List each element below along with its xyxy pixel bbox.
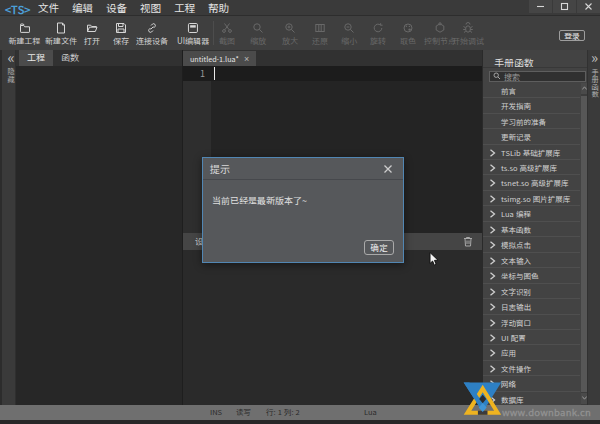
manual-item[interactable]: 开发指南: [483, 98, 580, 113]
toolbar-button-label: 放大: [282, 36, 298, 45]
line-number: 1: [183, 66, 205, 81]
tab-functions[interactable]: 函数: [53, 50, 87, 66]
manual-item[interactable]: 文本输入: [483, 253, 580, 268]
divider: [483, 67, 588, 68]
ok-button[interactable]: 确定: [364, 240, 394, 255]
editor-current-line[interactable]: [183, 66, 483, 81]
toolbar-button-zoom-out[interactable]: 缩小: [341, 22, 357, 45]
maximize-button[interactable]: [552, 0, 576, 13]
manual-rail-label[interactable]: 手册函数: [588, 68, 600, 97]
search-box[interactable]: 搜索: [489, 71, 586, 83]
toolbar-button-color-picker[interactable]: 取色: [400, 22, 416, 45]
manual-item-label: 前言: [501, 83, 516, 98]
manual-item-label: 学习前的准备: [501, 114, 546, 129]
toolbar-button-start-debug[interactable]: 开始调试: [452, 22, 484, 45]
left-collapse-rail: « 隐藏: [0, 50, 16, 405]
chevron-right-icon: [489, 179, 496, 187]
toolbar-button-connect-device[interactable]: 连接设备: [136, 22, 168, 45]
project-panel: 工程 函数: [16, 50, 182, 405]
manual-item[interactable]: 坐标与图色: [483, 268, 580, 283]
chevron-right-icon: [489, 319, 496, 327]
manual-item[interactable]: 日志输出: [483, 299, 580, 314]
menu-edit[interactable]: 编辑: [72, 0, 93, 15]
manual-list: 前言 开发指南 学习前的准备 更新记录 TSLib 基础扩展库 ts.so 高级…: [483, 83, 580, 405]
manual-item[interactable]: 应用: [483, 345, 580, 360]
dialog-title: 提示: [210, 158, 230, 180]
manual-item[interactable]: UI 配置: [483, 330, 580, 345]
manual-item[interactable]: TSLib 基础扩展库: [483, 145, 580, 160]
chevron-right-icon: [489, 272, 496, 280]
save-icon: [115, 22, 127, 34]
manual-item-label: 坐标与图色: [501, 268, 539, 283]
editor-tab-title: untitled-1.lua*: [190, 54, 239, 64]
toolbar-button-label: 新建工程: [9, 36, 41, 45]
manual-item[interactable]: tsnet.so 高级扩展库: [483, 175, 580, 190]
chevron-right-icon: [489, 365, 496, 373]
chevron-right-icon: [489, 288, 496, 296]
manual-item[interactable]: Lua 编程: [483, 206, 580, 221]
manual-item[interactable]: 更新记录: [483, 129, 580, 144]
manual-item-label: 数据库: [501, 392, 524, 405]
dialog-close-icon[interactable]: [381, 162, 395, 176]
dialog-message: 当前已经是最新版本了~: [212, 194, 307, 207]
minimize-button[interactable]: [528, 0, 552, 13]
mouse-cursor: [429, 248, 439, 272]
tab-close-icon[interactable]: ×: [244, 51, 249, 66]
trash-icon[interactable]: [463, 236, 473, 247]
toolbar: 新建工程 新建文件 打开 保存 连接设备 UI编辑器: [0, 15, 600, 50]
toolbar-button-restore[interactable]: 还原: [312, 22, 328, 45]
tab-project[interactable]: 工程: [19, 50, 53, 66]
menu-view[interactable]: 视图: [140, 0, 161, 15]
title-bar: <TS> 文件 编辑 设备 视图 工程 帮助: [0, 0, 600, 15]
editor-tab[interactable]: untitled-1.lua* ×: [183, 51, 256, 66]
chevron-right-icon: [489, 226, 496, 234]
manual-item[interactable]: 模拟点击: [483, 237, 580, 252]
chevron-right-icon: [489, 257, 496, 265]
text-caret: [214, 67, 215, 80]
search-icon: [493, 72, 501, 80]
login-button[interactable]: 登录: [559, 30, 585, 41]
close-icon: [584, 2, 593, 11]
menu-device[interactable]: 设备: [106, 0, 127, 15]
manual-item-label: Lua 编程: [501, 206, 531, 221]
chevron-right-icon: [489, 149, 496, 157]
toolbar-button-new-project[interactable]: 新建工程: [9, 22, 41, 45]
manual-item[interactable]: 文件操作: [483, 361, 580, 376]
collapse-right-icon[interactable]: »: [588, 51, 600, 62]
chevron-right-icon: [489, 195, 496, 203]
menu-help[interactable]: 帮助: [208, 0, 229, 15]
toolbar-button-label: 打开: [84, 36, 100, 45]
manual-item[interactable]: 基本函数: [483, 222, 580, 237]
menu-file[interactable]: 文件: [38, 0, 59, 15]
menu-project[interactable]: 工程: [174, 0, 195, 15]
manual-item-label: 基本函数: [501, 222, 531, 237]
toolbar-button-zoom-in[interactable]: 放大: [282, 22, 298, 45]
chevron-right-icon: [489, 334, 496, 342]
toolbar-button-label: 截图: [219, 36, 235, 45]
manual-item[interactable]: tsimg.so 图片扩展库: [483, 191, 580, 206]
toolbar-button-zoom[interactable]: 缩放: [250, 22, 266, 45]
manual-item-label: 开发指南: [501, 98, 531, 113]
start-debug-icon: [462, 22, 474, 34]
toolbar-button-screenshot[interactable]: 截图: [219, 22, 235, 45]
manual-item[interactable]: 前言: [483, 83, 580, 98]
control-node-icon: [434, 22, 446, 34]
chevron-right-icon: [489, 303, 496, 311]
app-window: <TS> 文件 编辑 设备 视图 工程 帮助 新建工程: [0, 0, 600, 424]
manual-item-label: TSLib 基础扩展库: [501, 145, 560, 160]
manual-item[interactable]: 学习前的准备: [483, 114, 580, 129]
toolbar-button-new-file[interactable]: 新建文件: [45, 22, 77, 45]
close-button[interactable]: [576, 0, 600, 13]
toolbar-separator: [213, 21, 214, 45]
maximize-icon: [560, 2, 569, 11]
rotate-icon: [372, 22, 384, 34]
manual-item[interactable]: ts.so 高级扩展库: [483, 160, 580, 175]
manual-item[interactable]: 文字识别: [483, 284, 580, 299]
manual-item[interactable]: 浮动窗口: [483, 315, 580, 330]
toolbar-button-open[interactable]: 打开: [84, 22, 100, 45]
toolbar-button-save[interactable]: 保存: [113, 22, 129, 45]
toolbar-button-rotate[interactable]: 旋转: [370, 22, 386, 45]
toolbar-button-ui-editor[interactable]: UI编辑器: [177, 22, 209, 45]
manual-item-label: 应用: [501, 345, 516, 360]
manual-item-label: UI 配置: [501, 330, 526, 345]
